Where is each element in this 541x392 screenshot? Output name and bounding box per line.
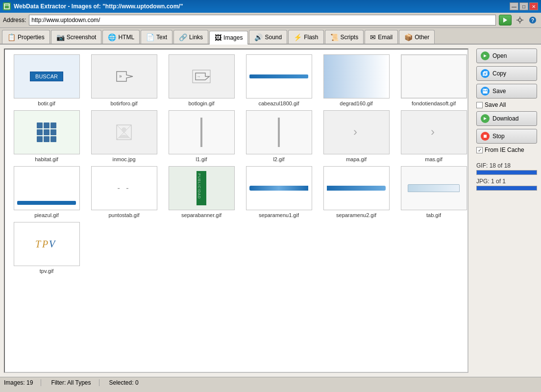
tab-other-label: Other: [415, 34, 429, 41]
list-item[interactable]: inmoc.jpg: [87, 110, 161, 162]
tab-sound[interactable]: 🔊 Sound: [249, 30, 287, 44]
image-thumb-buscar: BUSCAR: [14, 54, 80, 98]
list-item[interactable]: tab.gif: [397, 166, 468, 218]
list-item[interactable]: l2.gif: [242, 110, 316, 162]
address-icons: ?: [515, 15, 538, 25]
image-thumb-login: →: [169, 54, 235, 98]
image-thumb-tpv: T P V: [14, 222, 80, 266]
svg-rect-40: [484, 135, 487, 138]
from-ie-cache-row: From IE Cache: [476, 147, 537, 153]
tab-properties[interactable]: 📋 Properties: [2, 30, 50, 44]
tab-flash[interactable]: ⚡ Flash: [288, 30, 323, 44]
image-filename: puntostab.gif: [109, 212, 140, 218]
image-filename: inmoc.jpg: [112, 156, 135, 162]
list-item[interactable]: cabeazul1800.gif: [242, 54, 316, 106]
svg-rect-38: [484, 91, 487, 93]
image-filename: botir.gif: [38, 100, 55, 106]
svg-rect-17: [50, 122, 56, 128]
go-button[interactable]: [499, 15, 512, 25]
list-item[interactable]: › mapa.gif: [320, 110, 393, 162]
tab-links-label: Links: [189, 34, 203, 41]
svg-rect-0: [4, 4, 9, 9]
list-item[interactable]: habitat.gif: [10, 110, 83, 162]
stop-label: Stop: [492, 133, 505, 140]
from-ie-cache-label: From IE Cache: [485, 147, 524, 153]
from-ie-cache-checkbox[interactable]: [476, 147, 483, 153]
tab-html[interactable]: 🌐 HTML: [102, 30, 140, 44]
image-filename: l1.gif: [196, 156, 207, 162]
list-item[interactable]: separamenu1.gif: [242, 166, 316, 218]
list-item[interactable]: → botlogin.gif: [165, 54, 238, 106]
title-text: WebData Extractor - Images of: "http://w…: [14, 3, 507, 10]
copy-button[interactable]: Copy: [476, 66, 537, 81]
list-item[interactable]: » botirforo.gif: [87, 54, 161, 106]
image-thumb-bluebar: [246, 54, 312, 98]
list-item[interactable]: T P V tpv.gif: [10, 222, 83, 274]
save-icon: [481, 87, 490, 96]
image-area[interactable]: BUSCAR botir.gif » botirforo.gif →: [4, 49, 468, 373]
tab-screenshot[interactable]: 📷 Screenshot: [51, 30, 102, 44]
list-item[interactable]: separamenu2.gif: [320, 166, 393, 218]
list-item[interactable]: › mas.gif: [397, 110, 468, 162]
open-icon: [481, 51, 490, 60]
save-all-row: Save All: [476, 101, 537, 108]
list-item[interactable]: degrad160.gif: [320, 54, 393, 106]
email-icon: ✉: [370, 33, 376, 41]
open-label: Open: [492, 52, 507, 59]
tab-images[interactable]: 🖼 Images: [209, 31, 248, 45]
selected-status: Selected: 0: [109, 379, 139, 386]
svg-marker-33: [484, 54, 487, 57]
image-filename: cabeazul1800.gif: [258, 100, 299, 106]
list-item[interactable]: - - puntostab.gif: [87, 166, 161, 218]
address-label: Address:: [3, 17, 26, 24]
tab-scripts[interactable]: 📜 Scripts: [325, 30, 364, 44]
svg-rect-35: [484, 72, 487, 75]
tab-email[interactable]: ✉ Email: [365, 30, 398, 44]
image-filename: botirforo.gif: [110, 100, 137, 106]
list-item[interactable]: l1.gif: [165, 110, 238, 162]
stats-section: GIF: 18 of 18 JPG: 1 of 1: [476, 160, 537, 191]
settings-icon[interactable]: [515, 15, 525, 25]
tab-images-label: Images: [223, 34, 243, 41]
save-all-checkbox[interactable]: [476, 102, 483, 108]
help-icon[interactable]: ?: [527, 15, 538, 25]
download-button[interactable]: Download: [476, 111, 537, 126]
tab-other[interactable]: 📦 Other: [399, 30, 435, 44]
image-thumb-l2: [246, 110, 312, 154]
image-filename: l2.gif: [273, 156, 284, 162]
svg-rect-37: [484, 89, 486, 91]
image-thumb-puntostab: - -: [91, 166, 157, 210]
minimize-button[interactable]: —: [510, 2, 518, 10]
list-item[interactable]: PUBLICIDAD separabanner.gif: [165, 166, 238, 218]
stop-button[interactable]: Stop: [476, 129, 537, 144]
image-filename: separabanner.gif: [181, 212, 221, 218]
svg-marker-39: [484, 117, 487, 120]
image-thumb-separamenu2: [323, 166, 390, 210]
tab-links[interactable]: 🔗 Links: [173, 30, 208, 44]
open-button[interactable]: Open: [476, 49, 537, 63]
image-thumb-mas: ›: [401, 110, 467, 154]
svg-rect-15: [37, 122, 43, 128]
save-label: Save: [492, 88, 506, 95]
image-filename: mas.gif: [425, 156, 442, 162]
image-filename: separamenu1.gif: [259, 212, 299, 218]
address-input[interactable]: [29, 15, 496, 25]
list-item[interactable]: fondotiendasoft.gif: [397, 54, 468, 106]
svg-rect-16: [44, 122, 49, 128]
list-item[interactable]: BUSCAR botir.gif: [10, 54, 83, 106]
tab-screenshot-label: Screenshot: [67, 34, 97, 41]
maximize-button[interactable]: □: [519, 2, 528, 10]
image-thumb-l1: [169, 110, 235, 154]
html-icon: 🌐: [108, 33, 116, 41]
image-thumb-white: [401, 54, 467, 98]
jpg-stat: JPG: 1 of 1: [476, 178, 537, 185]
copy-icon: [481, 69, 490, 78]
list-item[interactable]: pieazul.gif: [10, 166, 83, 218]
image-thumb-tab: [401, 166, 467, 210]
tab-flash-label: Flash: [304, 34, 318, 41]
tab-text[interactable]: 📄 Text: [141, 30, 172, 44]
svg-rect-22: [44, 136, 49, 142]
svg-rect-18: [37, 129, 43, 135]
close-button[interactable]: ✕: [529, 2, 538, 10]
save-button[interactable]: Save: [476, 84, 537, 98]
